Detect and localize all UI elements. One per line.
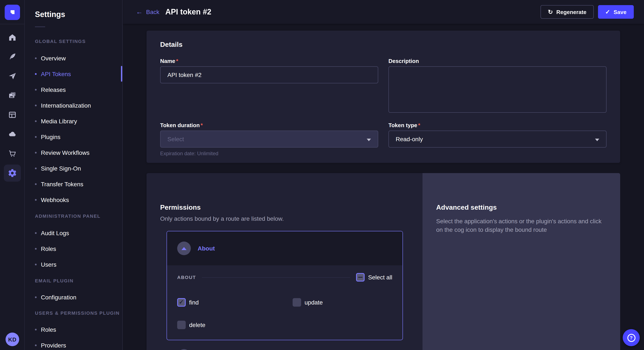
permission-update[interactable]: update bbox=[292, 298, 323, 307]
expiration-hint: Expiration date: Unlimited bbox=[160, 151, 218, 157]
bullet-dot bbox=[35, 329, 37, 331]
settings-sidebar: Settings GLOBAL SETTINGS Overview API To… bbox=[25, 0, 123, 350]
sidebar-item-admin-roles[interactable]: Roles bbox=[35, 245, 56, 253]
nav-releases-icon[interactable] bbox=[0, 71, 25, 81]
sidebar-item-overview[interactable]: Overview bbox=[35, 54, 66, 62]
sidebar-item-label: Single Sign-On bbox=[41, 165, 81, 172]
help-button[interactable]: ? bbox=[623, 329, 640, 346]
name-input[interactable]: API token #2 bbox=[160, 66, 378, 83]
bullet-dot bbox=[35, 89, 37, 91]
about-accordion-header[interactable]: About bbox=[167, 231, 402, 265]
sidebar-item-plugins[interactable]: Plugins bbox=[35, 133, 60, 141]
token-duration-select[interactable]: Select bbox=[160, 131, 378, 148]
token-type-value: Read-only bbox=[396, 136, 423, 143]
sidebar-item-label: Roles bbox=[41, 326, 56, 333]
permission-find[interactable]: find bbox=[177, 298, 199, 307]
save-button[interactable]: ✓ Save bbox=[598, 5, 634, 19]
about-group-label: ABOUT bbox=[177, 275, 196, 280]
about-accordion: About ABOUT Select all find bbox=[166, 231, 403, 340]
bullet-dot bbox=[35, 120, 37, 122]
find-checkbox[interactable] bbox=[177, 298, 186, 307]
sidebar-item-review-workflows[interactable]: Review Workflows bbox=[35, 149, 90, 157]
back-arrow-icon: ← bbox=[136, 8, 143, 15]
sidebar-item-label: Internationalization bbox=[41, 102, 91, 109]
nav-marketplace-icon[interactable] bbox=[0, 149, 25, 159]
sidebar-title: Settings bbox=[35, 10, 65, 19]
user-avatar[interactable]: KD bbox=[6, 333, 19, 346]
sidebar-item-email-configuration[interactable]: Configuration bbox=[35, 293, 76, 301]
sidebar-item-label: Webhooks bbox=[41, 196, 69, 203]
about-accordion-body: ABOUT Select all find update bbox=[167, 265, 402, 340]
check-icon: ✓ bbox=[605, 9, 610, 15]
token-type-label-text: Token type bbox=[388, 122, 417, 128]
chevron-down-icon bbox=[595, 139, 599, 141]
section-header-users-permissions-plugin: USERS & PERMISSIONS PLUGIN bbox=[35, 311, 120, 316]
section-header-email-plugin: EMAIL PLUGIN bbox=[35, 278, 74, 284]
sidebar-item-label: Review Workflows bbox=[41, 149, 90, 156]
regenerate-button[interactable]: ↻ Regenerate bbox=[541, 5, 594, 19]
chevron-up-icon bbox=[182, 247, 186, 250]
sidebar-item-webhooks[interactable]: Webhooks bbox=[35, 196, 69, 204]
sidebar-item-label: Transfer Tokens bbox=[41, 181, 83, 187]
select-all-label: Select all bbox=[368, 274, 392, 281]
collapse-toggle-button[interactable] bbox=[177, 242, 191, 255]
permission-delete[interactable]: delete bbox=[177, 321, 205, 329]
token-type-label: Token type* bbox=[388, 122, 420, 128]
required-asterisk: * bbox=[418, 122, 420, 128]
sidebar-item-up-roles[interactable]: Roles bbox=[35, 326, 56, 334]
section-header-administration-panel: ADMINISTRATION PANEL bbox=[35, 213, 100, 219]
sidebar-title-divider bbox=[35, 26, 45, 27]
update-label: update bbox=[304, 299, 323, 306]
permissions-title: Permissions bbox=[160, 204, 200, 211]
token-duration-label: Token duration* bbox=[160, 122, 203, 128]
question-mark-icon: ? bbox=[627, 334, 635, 342]
sidebar-item-internationalization[interactable]: Internationalization bbox=[35, 102, 91, 109]
bullet-dot bbox=[35, 136, 37, 138]
token-type-select[interactable]: Read-only bbox=[388, 131, 606, 148]
update-checkbox[interactable] bbox=[292, 298, 301, 307]
sidebar-item-single-sign-on[interactable]: Single Sign-On bbox=[35, 165, 81, 172]
sidebar-item-label: Providers bbox=[41, 342, 66, 349]
back-button[interactable]: ← Back bbox=[136, 8, 159, 15]
regenerate-label: Regenerate bbox=[556, 9, 586, 15]
delete-checkbox[interactable] bbox=[177, 321, 186, 329]
nav-cloud-icon[interactable] bbox=[0, 129, 25, 139]
sidebar-item-releases[interactable]: Releases bbox=[35, 86, 66, 94]
nav-home-icon[interactable] bbox=[0, 32, 25, 42]
token-duration-placeholder: Select bbox=[168, 136, 184, 143]
select-all-control[interactable]: Select all bbox=[356, 273, 392, 282]
sidebar-item-label: Media Library bbox=[41, 118, 77, 125]
bullet-dot bbox=[35, 152, 37, 154]
expand-toggle-button[interactable] bbox=[177, 349, 191, 350]
nav-content-builder-icon[interactable] bbox=[0, 51, 25, 62]
app-root: KD Settings GLOBAL SETTINGS Overview API… bbox=[0, 0, 644, 350]
about-accordion-title[interactable]: About bbox=[198, 245, 215, 252]
sidebar-item-label: Configuration bbox=[41, 294, 76, 301]
sidebar-item-transfer-tokens[interactable]: Transfer Tokens bbox=[35, 180, 83, 188]
sidebar-item-label: Releases bbox=[41, 86, 66, 93]
sidebar-item-media-library[interactable]: Media Library bbox=[35, 117, 77, 125]
article-accordion-header[interactable]: Article bbox=[166, 349, 403, 350]
sidebar-item-audit-logs[interactable]: Audit Logs bbox=[35, 229, 69, 237]
nav-media-library-icon[interactable] bbox=[0, 90, 25, 100]
refresh-icon: ↻ bbox=[548, 9, 553, 15]
description-textarea[interactable] bbox=[388, 66, 606, 113]
nav-content-manager-icon[interactable] bbox=[0, 110, 25, 120]
strapi-logo[interactable] bbox=[5, 5, 20, 20]
sidebar-item-up-providers[interactable]: Providers bbox=[35, 342, 66, 349]
bullet-dot bbox=[35, 183, 37, 185]
select-all-checkbox[interactable] bbox=[356, 273, 364, 282]
strapi-logo-icon bbox=[8, 8, 16, 16]
sidebar-item-label: Users bbox=[41, 261, 56, 268]
bullet-dot bbox=[35, 73, 37, 75]
sidebar-item-api-tokens[interactable]: API Tokens bbox=[35, 70, 71, 78]
bullet-dot bbox=[35, 345, 37, 346]
bullet-dot bbox=[35, 232, 37, 234]
main-nav-rail: KD bbox=[0, 0, 25, 350]
name-label-text: Name bbox=[160, 58, 175, 64]
nav-settings-item[interactable] bbox=[4, 165, 21, 181]
back-label: Back bbox=[146, 8, 159, 15]
details-card: Details Name* API token #2 Description T… bbox=[146, 31, 620, 163]
sidebar-item-admin-users[interactable]: Users bbox=[35, 261, 56, 268]
advanced-settings-title: Advanced settings bbox=[436, 204, 497, 211]
